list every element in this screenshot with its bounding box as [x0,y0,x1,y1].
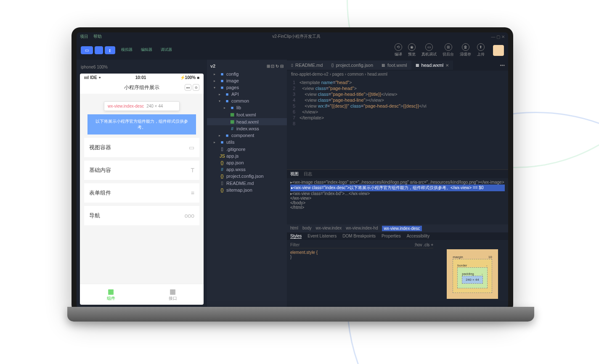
style-tab-DOM Breakpoints[interactable]: DOM Breakpoints [342,234,376,239]
explorer-header: v2 ⊞ ⊡ ↻ ⊟ [207,62,287,70]
sim-menu-item[interactable]: 基础内容T [84,161,199,180]
action-编译[interactable]: ⟲编译 [395,43,402,57]
element-breadcrumb[interactable]: htmlbodywx-view.indexwx-view.index-hdwx-… [287,224,508,232]
phone-statusbar: ıııl IDE ⚬ 10:01 ⚡100% ■ [80,74,204,82]
breadcrumb[interactable]: fino-applet-demo-v2 › pages › common › h… [287,71,508,78]
avatar[interactable] [493,45,504,56]
tabbar-item[interactable]: ▦组件 [80,284,142,305]
window-controls[interactable]: — ▢ ✕ [491,34,505,39]
file-app.wxss[interactable]: #app.wxss [207,166,287,173]
style-tab-Event Listeners[interactable]: Event Listeners [307,234,337,239]
toolbar-tab-2[interactable]: ⫿ [105,46,115,54]
file-project.config.json[interactable]: {}project.config.json [207,173,287,179]
titlebar: 项目帮助 v2-FinClip小程序开发工具 — ▢ ✕ [77,32,508,41]
file-.gitignore[interactable]: ▯.gitignore [207,145,287,153]
code-area[interactable]: 1<template name="head">2 <view class="pa… [287,78,508,169]
tabbar-item[interactable]: ▦接口 [142,284,204,305]
editor-tab-head.wxml[interactable]: ▦head.wxml✕ [411,61,453,70]
sim-menu-item[interactable]: 视图容器▭ [84,138,199,157]
editor-tab-README.md[interactable]: ▯README.md [287,61,327,70]
tabs-overflow[interactable]: ••• [496,63,508,68]
style-tab-Accessibility[interactable]: Accessibility [407,234,429,239]
action-真机调试[interactable]: ▭真机调试 [421,43,437,57]
crumb-wx-view.index[interactable]: wx-view.index [316,226,342,231]
file-sitemap.json[interactable]: {}sitemap.json [207,187,287,193]
action-切后台[interactable]: ⊞切后台 [443,43,454,57]
dt-tab-视图[interactable]: 视图 [290,171,299,177]
element-tooltip: wx-view.index-desc240 × 44 [104,101,180,111]
menu-项目[interactable]: 项目 [80,34,88,40]
action-清缓存[interactable]: 🗑清缓存 [460,43,471,57]
action-预览[interactable]: ◉预览 [408,43,416,57]
simulator-panel: iphone6 100% ıııl IDE ⚬ 10:01 ⚡100% ■ 小程… [77,60,207,308]
file-explorer: v2 ⊞ ⊡ ↻ ⊟ ▸■config▸■image▾■pages▸■API▾■… [207,60,287,308]
file-component[interactable]: ▸■component [207,132,287,139]
file-app.json[interactable]: {}app.json [207,159,287,166]
sim-menu-item[interactable]: 导航ooo [84,206,199,225]
styles-panel[interactable]: :hov .cls + element.style {}</span><div … [287,240,437,308]
styles-filter-input[interactable] [290,243,414,247]
highlighted-element[interactable]: 以下将展示小程序官方组件能力，组件样式仅供参考。 [87,114,196,135]
toolbar-tab-1[interactable] [95,46,103,54]
file-lib[interactable]: ▸■lib [207,104,287,111]
phone-preview: ıııl IDE ⚬ 10:01 ⚡100% ■ 小程序组件展示 •••⊙ wx… [80,74,204,305]
explorer-actions[interactable]: ⊞ ⊡ ↻ ⊟ [267,64,284,69]
action-上传[interactable]: ⬆上传 [477,43,485,57]
file-app.js[interactable]: JSapp.js [207,153,287,159]
window-title: v2-FinClip小程序开发工具 [102,34,491,40]
editor-tab-project.config.json[interactable]: {}project.config.json [327,61,377,70]
editor-tab-foot.wxml[interactable]: ▦foot.wxml [377,61,411,70]
style-tab-Styles[interactable]: Styles [290,234,302,239]
dt-tab-日志[interactable]: 日志 [304,171,312,177]
style-tab-Properties[interactable]: Properties [382,234,401,239]
crumb-html[interactable]: html [290,226,298,231]
crumb-wx-view.index-hd[interactable]: wx-view.index-hd [346,226,378,231]
box-model: margin 10 border - padding - 240 × 44 [437,240,508,308]
laptop-frame: 项目帮助 v2-FinClip小程序开发工具 — ▢ ✕ ▭⫿模拟器编辑器调试器… [67,27,517,330]
code-editor: ▯README.md{}project.config.json▦foot.wxm… [287,60,508,308]
file-pages[interactable]: ▾■pages [207,84,287,91]
toolbar: ▭⫿模拟器编辑器调试器 ⟲编译◉预览▭真机调试⊞切后台🗑清缓存⬆上传 [77,41,508,60]
file-foot.wxml[interactable]: ▦foot.wxml [207,111,287,118]
devtools-panel: 视图日志 ▸<wx-image class="index-logo" src="… [287,169,508,308]
file-image[interactable]: ▸■image [207,77,287,84]
file-head.wxml[interactable]: ▦head.wxml [207,118,287,125]
file-config[interactable]: ▸■config [207,71,287,77]
ide-window: 项目帮助 v2-FinClip小程序开发工具 — ▢ ✕ ▭⫿模拟器编辑器调试器… [77,32,508,308]
toolbar-tab-0[interactable]: ▭ [81,46,93,54]
crumb-body[interactable]: body [302,226,312,231]
crumb-wx-view.index-desc[interactable]: wx-view.index-desc [382,226,421,231]
file-common[interactable]: ▾■common [207,98,287,104]
sim-menu-item[interactable]: 表单组件≡ [84,183,199,203]
elements-tree[interactable]: ▸<wx-image class="index-logo" src="../re… [287,178,508,224]
app-header: 小程序组件展示 •••⊙ [80,82,204,94]
device-info: iphone6 100% [80,63,204,71]
file-utils[interactable]: ▸■utils [207,139,287,145]
file-API[interactable]: ▸■API [207,91,287,98]
file-README.md[interactable]: ▯README.md [207,179,287,187]
file-index.wxss[interactable]: #index.wxss [207,125,287,132]
menu-帮助[interactable]: 帮助 [93,34,102,40]
